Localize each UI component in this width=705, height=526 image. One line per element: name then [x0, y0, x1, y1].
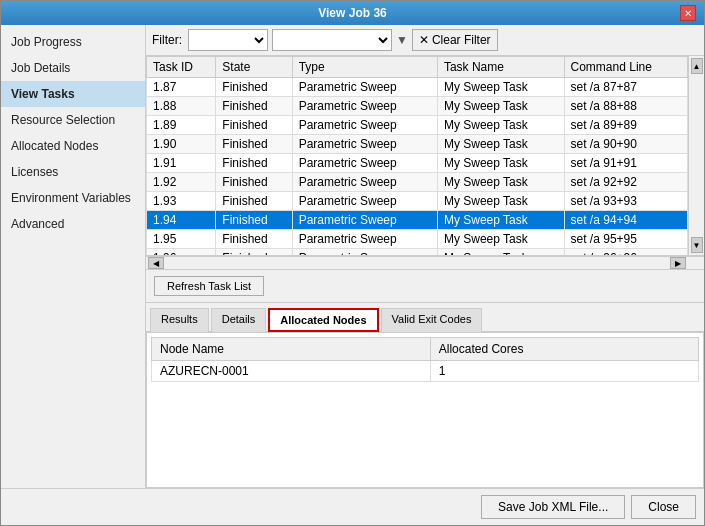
task-table-wrapper: Task ID State Type Task Name Command Lin… [146, 56, 704, 256]
col-allocated-cores: Allocated Cores [430, 338, 698, 361]
table-row[interactable]: 1.96FinishedParametric SweepMy Sweep Tas… [147, 249, 688, 257]
cell-task_name: My Sweep Task [437, 154, 564, 173]
close-button[interactable]: Close [631, 495, 696, 519]
cell-task_id: 1.88 [147, 97, 216, 116]
cell-state: Finished [216, 78, 292, 97]
node-name-cell: AZURECN-0001 [152, 361, 431, 382]
main-window: View Job 36 ✕ Job ProgressJob DetailsVie… [0, 0, 705, 526]
table-row[interactable]: 1.89FinishedParametric SweepMy Sweep Tas… [147, 116, 688, 135]
table-row[interactable]: 1.90FinishedParametric SweepMy Sweep Tas… [147, 135, 688, 154]
cell-type: Parametric Sweep [292, 116, 437, 135]
cell-task_id: 1.91 [147, 154, 216, 173]
cell-task_name: My Sweep Task [437, 211, 564, 230]
col-task-name: Task Name [437, 57, 564, 78]
cell-task_name: My Sweep Task [437, 249, 564, 257]
tab-details[interactable]: Details [211, 308, 267, 332]
refresh-section: Refresh Task List [146, 270, 704, 303]
col-node-name: Node Name [152, 338, 431, 361]
cell-state: Finished [216, 154, 292, 173]
sidebar-item-advanced[interactable]: Advanced [1, 211, 145, 237]
col-type: Type [292, 57, 437, 78]
cell-state: Finished [216, 173, 292, 192]
cell-task_id: 1.96 [147, 249, 216, 257]
cell-task_id: 1.89 [147, 116, 216, 135]
sidebar: Job ProgressJob DetailsView TasksResourc… [1, 25, 146, 488]
table-row[interactable]: 1.94FinishedParametric SweepMy Sweep Tas… [147, 211, 688, 230]
cell-command_line: set /a 93+93 [564, 192, 687, 211]
filter-dropdown-1[interactable] [188, 29, 268, 51]
window-body: Job ProgressJob DetailsView TasksResourc… [1, 25, 704, 488]
cell-task_name: My Sweep Task [437, 116, 564, 135]
action-bar: Save Job XML File... Close [1, 488, 704, 525]
cell-task_id: 1.90 [147, 135, 216, 154]
tabs-bar: ResultsDetailsAllocated NodesValid Exit … [146, 303, 704, 332]
cell-task_name: My Sweep Task [437, 230, 564, 249]
clear-filter-x-icon: ✕ [419, 33, 429, 47]
cell-type: Parametric Sweep [292, 97, 437, 116]
table-row[interactable]: 1.92FinishedParametric SweepMy Sweep Tas… [147, 173, 688, 192]
col-task-id: Task ID [147, 57, 216, 78]
filter-label: Filter: [152, 33, 182, 47]
cell-command_line: set /a 89+89 [564, 116, 687, 135]
cell-command_line: set /a 91+91 [564, 154, 687, 173]
close-window-button[interactable]: ✕ [680, 5, 696, 21]
cell-command_line: set /a 92+92 [564, 173, 687, 192]
bottom-panel: ResultsDetailsAllocated NodesValid Exit … [146, 303, 704, 488]
table-row[interactable]: 1.87FinishedParametric SweepMy Sweep Tas… [147, 78, 688, 97]
cell-task_name: My Sweep Task [437, 173, 564, 192]
task-table: Task ID State Type Task Name Command Lin… [146, 56, 688, 256]
save-job-xml-button[interactable]: Save Job XML File... [481, 495, 625, 519]
vertical-scrollbar[interactable]: ▲ ▼ [688, 56, 704, 256]
tab-allocated-nodes[interactable]: Allocated Nodes [268, 308, 378, 332]
cell-type: Parametric Sweep [292, 154, 437, 173]
col-state: State [216, 57, 292, 78]
cell-command_line: set /a 87+87 [564, 78, 687, 97]
tab-content: Node Name Allocated Cores AZURECN-00011 [146, 332, 704, 488]
tab-valid-exit-codes[interactable]: Valid Exit Codes [381, 308, 483, 332]
sidebar-item-environment-variables[interactable]: Environment Variables [1, 185, 145, 211]
filter-icon: ▼ [396, 33, 408, 47]
cell-state: Finished [216, 135, 292, 154]
cell-task_id: 1.92 [147, 173, 216, 192]
clear-filter-button[interactable]: ✕ Clear Filter [412, 29, 498, 51]
table-row[interactable]: 1.93FinishedParametric SweepMy Sweep Tas… [147, 192, 688, 211]
sidebar-item-allocated-nodes[interactable]: Allocated Nodes [1, 133, 145, 159]
cell-type: Parametric Sweep [292, 192, 437, 211]
cell-task_id: 1.95 [147, 230, 216, 249]
sidebar-item-job-progress[interactable]: Job Progress [1, 29, 145, 55]
main-content: Filter: ▼ ✕ Clear Filter [146, 25, 704, 488]
task-table-header-row: Task ID State Type Task Name Command Lin… [147, 57, 688, 78]
horizontal-scrollbar[interactable]: ◀ ▶ [146, 256, 704, 270]
cell-state: Finished [216, 116, 292, 135]
cell-command_line: set /a 94+94 [564, 211, 687, 230]
table-row[interactable]: 1.95FinishedParametric SweepMy Sweep Tas… [147, 230, 688, 249]
table-row[interactable]: 1.88FinishedParametric SweepMy Sweep Tas… [147, 97, 688, 116]
sidebar-item-view-tasks[interactable]: View Tasks [1, 81, 145, 107]
tab-results[interactable]: Results [150, 308, 209, 332]
nodes-table: Node Name Allocated Cores AZURECN-00011 [151, 337, 699, 382]
cell-state: Finished [216, 211, 292, 230]
nodes-table-row: AZURECN-00011 [152, 361, 699, 382]
sidebar-item-job-details[interactable]: Job Details [1, 55, 145, 81]
cell-task_id: 1.94 [147, 211, 216, 230]
cell-task_name: My Sweep Task [437, 97, 564, 116]
cell-task_id: 1.87 [147, 78, 216, 97]
cell-command_line: set /a 88+88 [564, 97, 687, 116]
nodes-table-header: Node Name Allocated Cores [152, 338, 699, 361]
cell-type: Parametric Sweep [292, 249, 437, 257]
cell-type: Parametric Sweep [292, 78, 437, 97]
cell-command_line: set /a 96+96 [564, 249, 687, 257]
cell-task_id: 1.93 [147, 192, 216, 211]
task-table-container[interactable]: Task ID State Type Task Name Command Lin… [146, 56, 688, 256]
sidebar-item-licenses[interactable]: Licenses [1, 159, 145, 185]
refresh-task-list-button[interactable]: Refresh Task List [154, 276, 264, 296]
cell-state: Finished [216, 192, 292, 211]
filter-dropdown-2[interactable] [272, 29, 392, 51]
cell-command_line: set /a 95+95 [564, 230, 687, 249]
sidebar-item-resource-selection[interactable]: Resource Selection [1, 107, 145, 133]
cell-task_name: My Sweep Task [437, 78, 564, 97]
cell-type: Parametric Sweep [292, 230, 437, 249]
cell-state: Finished [216, 249, 292, 257]
table-row[interactable]: 1.91FinishedParametric SweepMy Sweep Tas… [147, 154, 688, 173]
cell-state: Finished [216, 97, 292, 116]
